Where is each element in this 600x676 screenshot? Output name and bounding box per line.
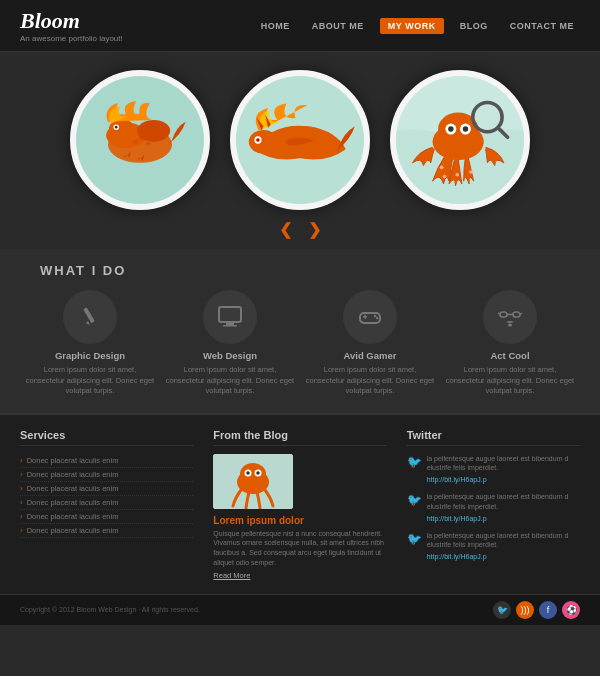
twitter-social-icon[interactable]: 🐦 bbox=[493, 601, 511, 619]
service-list-item[interactable]: ›Donec placerat iaculis enim bbox=[20, 524, 193, 538]
svg-point-36 bbox=[374, 315, 376, 317]
service-graphic-design: Graphic Design Lorem ipsum dolor sit ame… bbox=[25, 290, 155, 397]
svg-rect-31 bbox=[226, 322, 234, 325]
nav-blog[interactable]: BLOG bbox=[454, 18, 494, 34]
service-web-design: Web Design Lorem ipsum dolor sit amet, c… bbox=[165, 290, 295, 397]
svg-point-24 bbox=[440, 166, 444, 170]
copyright-text: Copyright © 2012 Bloom Web Design · All … bbox=[20, 606, 200, 613]
logo-tagline: An awesome portfolio layout! bbox=[20, 34, 123, 43]
graphic-design-desc: Lorem ipsum dolor sit amet, consectetur … bbox=[25, 365, 155, 397]
svg-point-50 bbox=[257, 471, 261, 475]
header: Bloom An awesome portfolio layout! HOME … bbox=[0, 0, 600, 52]
svg-point-6 bbox=[115, 126, 118, 129]
blog-post-text: Quisque pellentesque nisi a nunc consequ… bbox=[213, 529, 386, 568]
monitor-icon bbox=[216, 303, 244, 331]
carousel-item-1[interactable] bbox=[70, 70, 210, 210]
act-cool-desc: Lorem ipsum dolor sit amet, consectetur … bbox=[445, 365, 575, 397]
svg-point-46 bbox=[240, 463, 266, 485]
what-i-do-section: WHAT I DO Graphic Design Lorem ipsum dol… bbox=[0, 249, 600, 413]
tweet-text-2: la pellentesque augue laoreet est bibend… bbox=[427, 492, 580, 512]
footer-blog-col: From the Blog Lorem ipsum bbox=[213, 429, 386, 580]
nav-contact[interactable]: CONTACT ME bbox=[504, 18, 580, 34]
svg-point-25 bbox=[443, 175, 447, 179]
read-more-link[interactable]: Read More bbox=[213, 571, 386, 580]
tweet-link-3[interactable]: http://bit.ly/H6apJ.p bbox=[427, 553, 487, 560]
footer-bottom: Copyright © 2012 Bloom Web Design · All … bbox=[0, 594, 600, 625]
tweet-link-2[interactable]: http://bit.ly/H6apJ.p bbox=[427, 515, 487, 522]
arrow-icon: › bbox=[20, 526, 23, 535]
nav-mywork[interactable]: MY WORK bbox=[380, 18, 444, 34]
graphic-design-name: Graphic Design bbox=[55, 350, 125, 361]
svg-point-8 bbox=[139, 136, 144, 140]
cool-face-icon bbox=[496, 303, 524, 331]
svg-rect-28 bbox=[83, 307, 94, 323]
blog-preview: Lorem ipsum dolor Quisque pellentesque n… bbox=[213, 454, 386, 580]
carousel-prev-btn[interactable]: ❮ bbox=[279, 220, 292, 239]
tweet-text-3: la pellentesque augue laoreet est bibend… bbox=[427, 531, 580, 551]
gamepad-icon bbox=[356, 303, 384, 331]
tweet-1: 🐦 la pellentesque augue laoreet est bibe… bbox=[407, 454, 580, 485]
svg-point-26 bbox=[455, 173, 459, 177]
services-list: ›Donec placerat iaculis enim ›Donec plac… bbox=[20, 454, 193, 538]
footer-twitter-col: Twitter 🐦 la pellentesque augue laoreet … bbox=[407, 429, 580, 580]
web-design-desc: Lorem ipsum dolor sit amet, consectetur … bbox=[165, 365, 295, 397]
svg-point-27 bbox=[469, 170, 473, 174]
svg-point-11 bbox=[249, 130, 278, 154]
svg-point-37 bbox=[376, 317, 378, 319]
svg-rect-38 bbox=[500, 312, 507, 317]
svg-rect-35 bbox=[364, 315, 366, 319]
svg-marker-29 bbox=[86, 321, 90, 325]
nav-about[interactable]: ABOUT ME bbox=[306, 18, 370, 34]
carousel-item-3[interactable] bbox=[390, 70, 530, 210]
svg-point-7 bbox=[133, 140, 138, 144]
footer-top: Services ›Donec placerat iaculis enim ›D… bbox=[0, 413, 600, 594]
dribbble-social-icon[interactable]: ⚽ bbox=[562, 601, 580, 619]
tweet-text-1: la pellentesque augue laoreet est bibend… bbox=[427, 454, 580, 474]
twitter-bird-icon-3: 🐦 bbox=[407, 532, 422, 546]
hero-carousel: ❮ ❯ bbox=[0, 52, 600, 249]
avid-gamer-name: Avid Gamer bbox=[344, 350, 397, 361]
blog-image[interactable] bbox=[213, 454, 293, 509]
svg-point-9 bbox=[145, 142, 150, 146]
carousel-item-2[interactable] bbox=[230, 70, 370, 210]
web-design-icon-circle bbox=[203, 290, 257, 344]
service-list-item[interactable]: ›Donec placerat iaculis enim bbox=[20, 496, 193, 510]
twitter-bird-icon: 🐦 bbox=[407, 455, 422, 469]
what-i-do-title: WHAT I DO bbox=[20, 263, 580, 278]
svg-point-43 bbox=[508, 324, 512, 327]
web-design-name: Web Design bbox=[203, 350, 257, 361]
act-cool-name: Act Cool bbox=[490, 350, 529, 361]
svg-rect-39 bbox=[513, 312, 520, 317]
twitter-bird-icon-2: 🐦 bbox=[407, 493, 422, 507]
svg-rect-30 bbox=[219, 307, 241, 322]
rss-social-icon[interactable]: ))) bbox=[516, 601, 534, 619]
arrow-icon: › bbox=[20, 512, 23, 521]
service-act-cool: Act Cool Lorem ipsum dolor sit amet, con… bbox=[445, 290, 575, 397]
carousel-next-btn[interactable]: ❯ bbox=[308, 220, 321, 239]
footer-twitter-title: Twitter bbox=[407, 429, 580, 446]
service-avid-gamer: Avid Gamer Lorem ipsum dolor sit amet, c… bbox=[305, 290, 435, 397]
arrow-icon: › bbox=[20, 470, 23, 479]
service-list-item[interactable]: ›Donec placerat iaculis enim bbox=[20, 468, 193, 482]
logo-text: Bloom bbox=[20, 8, 123, 34]
tweet-link-1[interactable]: http://bit.ly/H6apJ.p bbox=[427, 476, 487, 483]
service-list-item[interactable]: ›Donec placerat iaculis enim bbox=[20, 454, 193, 468]
arrow-icon: › bbox=[20, 498, 23, 507]
graphic-design-icon-circle bbox=[63, 290, 117, 344]
service-list-item[interactable]: ›Donec placerat iaculis enim bbox=[20, 482, 193, 496]
svg-point-18 bbox=[448, 126, 453, 131]
footer-services-col: Services ›Donec placerat iaculis enim ›D… bbox=[20, 429, 193, 580]
service-list-item[interactable]: ›Donec placerat iaculis enim bbox=[20, 510, 193, 524]
carousel-controls: ❮ ❯ bbox=[279, 220, 321, 239]
blog-post-title: Lorem ipsum dolor bbox=[213, 515, 386, 526]
footer-services-title: Services bbox=[20, 429, 193, 446]
tweet-2: 🐦 la pellentesque augue laoreet est bibe… bbox=[407, 492, 580, 523]
act-cool-icon-circle bbox=[483, 290, 537, 344]
avid-gamer-desc: Lorem ipsum dolor sit amet, consectetur … bbox=[305, 365, 435, 397]
facebook-social-icon[interactable]: f bbox=[539, 601, 557, 619]
nav-home[interactable]: HOME bbox=[255, 18, 296, 34]
svg-point-48 bbox=[247, 471, 251, 475]
tweet-3: 🐦 la pellentesque augue laoreet est bibe… bbox=[407, 531, 580, 562]
svg-point-20 bbox=[463, 126, 468, 131]
svg-rect-32 bbox=[223, 325, 237, 327]
